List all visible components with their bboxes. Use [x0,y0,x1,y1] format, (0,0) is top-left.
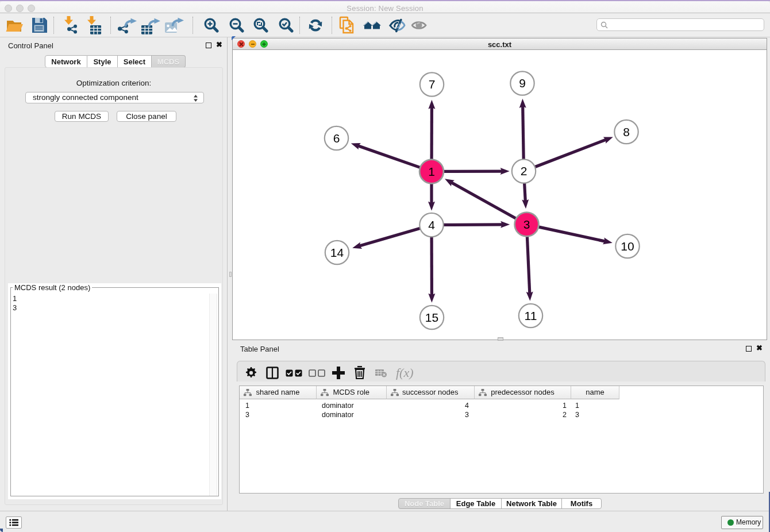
svg-text:4: 4 [428,218,435,232]
svg-text:1: 1 [428,165,435,178]
svg-text:15: 15 [425,311,438,324]
svg-text:11: 11 [525,309,537,322]
svg-text:8: 8 [623,125,630,138]
svg-text:10: 10 [621,240,634,253]
svg-text:9: 9 [519,76,526,90]
svg-text:3: 3 [523,218,530,231]
svg-text:2: 2 [521,164,528,178]
svg-text:6: 6 [333,132,340,145]
svg-text:7: 7 [429,78,436,91]
svg-text:14: 14 [330,246,344,259]
